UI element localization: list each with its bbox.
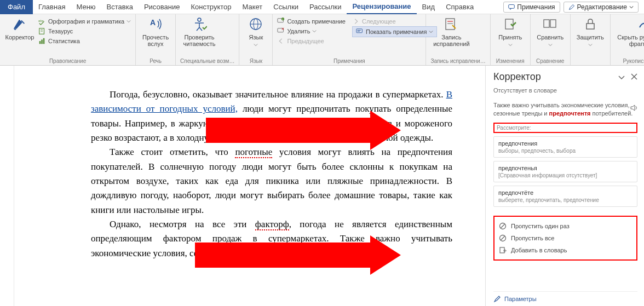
compare-button[interactable]: Сравнить	[535, 16, 566, 47]
group-accessibility-label: Специальные возм…	[180, 57, 234, 64]
menu-tabs: Файл Главная Меню Вставка Рисование Конс…	[0, 0, 644, 14]
show-comments-label: Показать примечания	[366, 28, 427, 35]
ignore-all-label: Пропустить все	[511, 235, 554, 241]
pencil-icon	[568, 4, 575, 10]
group-changes-label: Изменения	[495, 57, 526, 64]
chevron-down-icon	[629, 5, 634, 9]
svg-rect-25	[505, 19, 513, 29]
protect-button[interactable]: Защитить	[575, 16, 606, 47]
paragraph-1[interactable]: Погода, безусловно, оказывает значительн…	[91, 88, 452, 145]
tab-view[interactable]: Вид	[417, 0, 441, 14]
track-changes-label: Запись исправлений	[433, 34, 469, 47]
group-comments: + Создать примечание Удалить Предыдущее …	[273, 14, 426, 65]
thesaurus-button[interactable]: Тезаурус	[38, 26, 131, 36]
tab-references[interactable]: Ссылки	[268, 0, 304, 14]
spelling-grammar-button[interactable]: abc Орфография и грамматика	[38, 16, 131, 26]
group-compare: Сравнить Сравнение	[531, 14, 571, 65]
group-speech: A Прочесть вслух Речь	[136, 14, 176, 65]
group-tracking: Запись исправлений Запись исправлени…	[426, 14, 490, 65]
statistics-button[interactable]: Статистика	[38, 36, 131, 46]
svg-text:A: A	[150, 18, 156, 27]
comment-icon	[508, 4, 515, 10]
document-page[interactable]: Погода, безусловно, оказывает значительн…	[14, 66, 485, 306]
group-language-label: Язык	[244, 57, 268, 64]
tab-mailings[interactable]: Рассылки	[304, 0, 347, 14]
track-changes-button[interactable]: Запись исправлений	[430, 16, 472, 47]
language-button[interactable]: Язык	[244, 16, 268, 47]
next-comment-button[interactable]: Следующее	[352, 16, 437, 26]
suggestion-item[interactable]: предпочтёте выберете, предпочитать, пред…	[493, 186, 637, 207]
tab-insert[interactable]: Вставка	[101, 0, 139, 14]
add-to-dictionary-button[interactable]: Добавить в словарь	[497, 244, 634, 256]
paragraph-3[interactable]: Однако, несмотря на все эти факторф, пог…	[91, 217, 452, 261]
comments-button[interactable]: Примечания	[503, 2, 560, 13]
language-label: Язык	[249, 34, 263, 41]
tab-layout[interactable]: Макет	[237, 0, 268, 14]
tab-design[interactable]: Конструктор	[185, 0, 237, 14]
editing-mode-button[interactable]: Редактирование	[564, 2, 639, 13]
chevron-down-icon	[508, 43, 513, 47]
group-changes: Принять Изменения	[491, 14, 531, 65]
group-comments-label: Примечания	[277, 57, 421, 64]
ignore-all-button[interactable]: Пропустить все	[497, 232, 634, 244]
tab-review[interactable]: Рецензирование	[347, 0, 416, 14]
group-protect: Защитить	[571, 14, 611, 65]
chevron-down-icon	[254, 43, 258, 47]
lock-icon	[583, 16, 598, 32]
text: Также стоит отметить, что	[110, 147, 235, 157]
read-aloud-label: Прочесть вслух	[142, 34, 169, 47]
track-changes-icon	[444, 16, 459, 32]
check-accessibility-label: Проверить читаемость	[183, 34, 216, 47]
chevron-down-icon[interactable]	[618, 73, 625, 81]
suggestion-title: предпочтенья	[498, 165, 633, 171]
ribbon: Корректор abc Орфография и грамматика Те…	[0, 14, 644, 66]
svg-line-32	[501, 236, 505, 240]
group-accessibility: Проверить читаемость Специальные возм…	[176, 14, 239, 65]
context-highlight: предпочтентя	[549, 110, 591, 117]
suggestion-item[interactable]: предпочтенья [Справочная информация отсу…	[493, 161, 637, 182]
speaker-icon[interactable]	[630, 103, 639, 112]
svg-rect-27	[550, 20, 556, 27]
ignore-once-button[interactable]: Пропустить один раз	[497, 220, 634, 232]
spelling-error[interactable]: поготные	[235, 147, 272, 158]
next-comment-label: Следующее	[362, 18, 396, 25]
add-to-dictionary-label: Добавить в словарь	[511, 247, 567, 253]
svg-text:+: +	[282, 18, 284, 20]
chevron-down-icon	[312, 29, 317, 33]
accept-button[interactable]: Принять	[495, 16, 526, 47]
corrector-button[interactable]: Корректор	[4, 16, 35, 41]
read-aloud-button[interactable]: A Прочесть вслух	[140, 16, 171, 47]
accept-icon	[503, 16, 518, 32]
new-comment-button[interactable]: + Создать примечание	[277, 16, 346, 26]
corrector-label: Корректор	[5, 34, 34, 41]
hide-ink-button[interactable]: Скрыть рукописные фрагменты	[615, 16, 644, 47]
workspace: Погода, безусловно, оказывает значительн…	[0, 66, 644, 306]
tab-home[interactable]: Главная	[33, 0, 71, 14]
suggestion-sub: выберете, предпочитать, предпочтение	[498, 197, 633, 203]
editor-panel: Корректор Отсутствует в словаре Также ва…	[485, 66, 644, 306]
check-accessibility-button[interactable]: Проверить читаемость	[180, 16, 219, 47]
previous-comment-label: Предыдущее	[287, 38, 324, 44]
spelling-error[interactable]: предпочтентя	[268, 248, 321, 259]
suggestion-title: предпочтения	[498, 140, 633, 147]
suggestion-sub: [Справочная информация отсутствует]	[498, 172, 633, 178]
panel-settings-link[interactable]: Параметры	[493, 291, 637, 303]
previous-comment-button[interactable]: Предыдущее	[277, 36, 346, 46]
delete-comment-button[interactable]: Удалить	[277, 26, 346, 36]
svg-rect-19	[357, 29, 363, 33]
new-comment-icon: +	[277, 18, 285, 25]
tab-menu[interactable]: Меню	[71, 0, 101, 14]
tab-help[interactable]: Справка	[440, 0, 479, 14]
suggestion-item[interactable]: предпочтения выборы, предпочесть, выбора	[493, 136, 637, 158]
suggestion-sub: выборы, предпочесть, выбора	[498, 148, 633, 154]
show-comments-button[interactable]: Показать примечания	[352, 26, 437, 37]
file-tab[interactable]: Файл	[0, 0, 33, 14]
corrector-icon	[12, 16, 27, 32]
close-icon[interactable]	[631, 73, 637, 80]
paragraph-2[interactable]: Также стоит отметить, что поготные услов…	[91, 145, 452, 217]
spelling-error[interactable]: факторф	[255, 219, 289, 230]
panel-title: Корректор	[493, 71, 541, 83]
tab-draw[interactable]: Рисование	[139, 0, 185, 14]
group-spelling-label: Правописание	[4, 57, 131, 64]
panel-settings-label: Параметры	[504, 296, 537, 302]
